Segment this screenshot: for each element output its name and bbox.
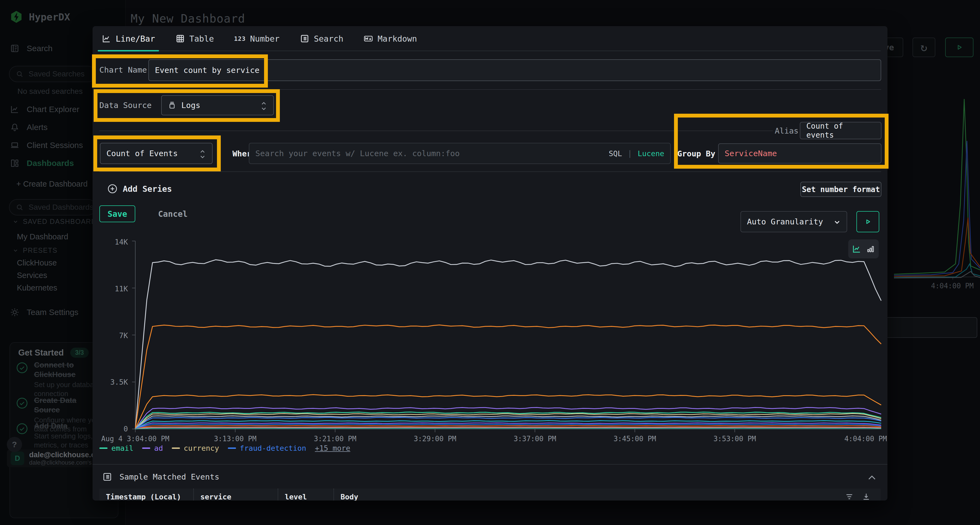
where-search-input[interactable]: Search your events w/ Lucene ex. column:… [249, 143, 671, 164]
group-by-value: ServiceName [725, 149, 777, 158]
chart-name-label: Chart Name [99, 65, 147, 75]
legend-label: currency [184, 444, 219, 452]
tab-label: Table [189, 34, 214, 43]
alias-label: Alias [775, 126, 799, 135]
granularity-value: Auto Granularity [747, 217, 823, 226]
table-icon [175, 34, 185, 43]
x-axis-label: 3:45:00 PM [594, 435, 676, 443]
legend-swatch [172, 447, 180, 449]
mode-divider: | [627, 149, 632, 158]
edit-chart-modal: Line/Bar Table 123 Number Search Markdow… [92, 26, 888, 501]
legend-more-link[interactable]: +15 more [315, 444, 350, 452]
tab-table[interactable]: Table [173, 32, 216, 51]
filter-icon[interactable] [845, 492, 854, 501]
list-icon [102, 472, 113, 482]
events-table-header: Timestamp (Local) service level Body [99, 489, 881, 501]
collapse-chevron-up-icon[interactable] [867, 474, 877, 481]
x-axis-label: 4:04:00 PM [825, 435, 888, 443]
legend-label: email [111, 444, 134, 452]
run-chart-button[interactable] [856, 211, 879, 232]
data-source-select[interactable]: Logs [161, 95, 274, 115]
y-axis-label: 11K [99, 284, 128, 293]
legend-label: ad [154, 444, 163, 452]
alias-value: Count of events [806, 122, 875, 140]
legend-swatch [228, 447, 236, 449]
column-header-timestamp[interactable]: Timestamp (Local) [99, 489, 193, 501]
divider [99, 171, 881, 172]
data-source-label: Data Source [99, 101, 152, 110]
tab-label: Markdown [377, 34, 417, 43]
divider [92, 464, 888, 465]
y-axis-label: 7K [99, 331, 128, 340]
lucene-mode-toggle[interactable]: Lucene [638, 149, 664, 158]
add-series-button[interactable]: Add Series [107, 183, 172, 194]
chevron-down-icon [833, 218, 841, 226]
line-chart-icon [102, 34, 111, 43]
x-axis-label: 3:37:00 PM [494, 435, 576, 443]
column-header-body[interactable]: Body [334, 489, 881, 501]
modal-cancel-button[interactable]: Cancel [156, 208, 189, 220]
tab-number[interactable]: 123 Number [232, 32, 282, 51]
chart-legend: email ad currency fraud-detection +15 mo… [99, 444, 350, 452]
chart-series-line [135, 395, 881, 429]
modal-tabs: Line/Bar Table 123 Number Search Markdow… [99, 32, 881, 51]
list-icon [300, 34, 310, 43]
tab-line-bar[interactable]: Line/Bar [99, 32, 158, 51]
x-axis-label: 3:29:00 PM [394, 435, 476, 443]
alias-input[interactable]: Count of events [800, 122, 881, 139]
modal-save-button[interactable]: Save [99, 205, 135, 222]
add-series-label: Add Series [123, 184, 172, 194]
set-number-format-button[interactable]: Set number format [800, 182, 881, 197]
y-axis-label: 14K [99, 238, 128, 246]
group-by-input[interactable]: ServiceName [718, 143, 881, 163]
column-header-level[interactable]: level [278, 489, 334, 501]
sql-mode-toggle[interactable]: SQL [609, 149, 622, 158]
legend-item[interactable]: email [99, 444, 134, 452]
column-header-service[interactable]: service [193, 489, 278, 501]
tab-label: Search [314, 34, 343, 43]
download-icon[interactable] [861, 492, 871, 501]
divider [99, 89, 881, 90]
x-axis-label: 3:21:00 PM [294, 435, 376, 443]
divider [99, 130, 773, 131]
y-axis-label: 0 [99, 425, 128, 433]
chart-name-input[interactable] [148, 59, 881, 81]
x-axis-label: 3:53:00 PM [694, 435, 776, 443]
aggregation-value: Count of Events [107, 149, 178, 158]
sample-events-header[interactable]: Sample Matched Events [102, 472, 220, 482]
legend-item[interactable]: fraud-detection [228, 444, 306, 452]
number-123-icon: 123 [234, 35, 246, 42]
tab-label: Line/Bar [116, 34, 155, 43]
plus-circle-icon [107, 183, 118, 194]
database-icon [168, 101, 177, 109]
sample-events-title: Sample Matched Events [119, 472, 220, 482]
markdown-icon [363, 34, 373, 43]
x-axis-label: 3:13:00 PM [194, 435, 276, 443]
tab-label: Number [250, 34, 280, 43]
group-by-label: Group By [677, 149, 715, 158]
select-chevrons-icon [260, 100, 267, 111]
legend-label: fraud-detection [240, 444, 306, 452]
tab-search[interactable]: Search [298, 32, 345, 51]
legend-swatch [142, 447, 150, 449]
y-axis-label: 3.5K [99, 378, 128, 386]
where-placeholder: Search your events w/ Lucene ex. column:… [255, 149, 603, 158]
chart-series-line [135, 260, 881, 429]
set-number-format-label: Set number format [802, 185, 880, 194]
legend-swatch [99, 447, 108, 449]
legend-item[interactable]: currency [172, 444, 219, 452]
aggregation-select[interactable]: Count of Events [100, 143, 213, 164]
tab-markdown[interactable]: Markdown [361, 32, 419, 51]
modal-cancel-label: Cancel [158, 209, 188, 219]
main-chart [125, 240, 882, 433]
granularity-select[interactable]: Auto Granularity [740, 211, 847, 232]
play-icon [864, 217, 872, 226]
modal-save-label: Save [108, 209, 127, 219]
x-axis-label: Aug 4 3:04:00 PM [94, 435, 176, 443]
legend-item[interactable]: ad [142, 444, 163, 452]
data-source-value: Logs [181, 101, 200, 110]
select-chevrons-icon [199, 148, 206, 159]
